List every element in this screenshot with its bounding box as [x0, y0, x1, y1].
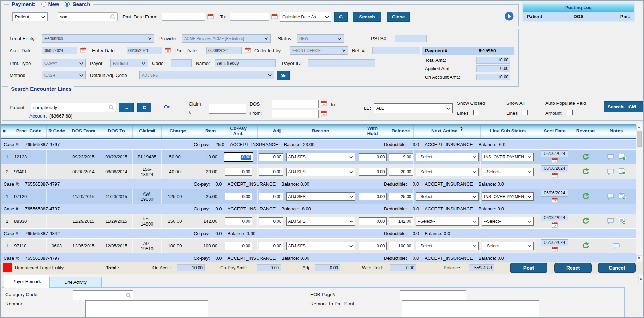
auto-populate-checkbox[interactable] — [567, 110, 573, 115]
pmt-date-calendar-icon[interactable]: 17 — [245, 47, 251, 53]
encounter-c-button[interactable]: C — [137, 103, 151, 112]
reason-select[interactable]: ADJ SFS — [286, 168, 355, 176]
dos-to-calendar-icon[interactable]: 17 — [321, 110, 327, 116]
with-hold-input[interactable]: 0.00 — [359, 168, 387, 176]
payer-id-input[interactable] — [308, 59, 375, 67]
on-account-link[interactable]: Account — [29, 113, 47, 119]
entry-date-input[interactable] — [127, 47, 162, 54]
collected-by-select[interactable]: FRONT OFFICE — [290, 46, 348, 55]
encounter-patient-input[interactable] — [31, 105, 109, 110]
reverse-line-icon[interactable] — [582, 153, 590, 161]
pmt-date-input[interactable] — [206, 47, 242, 54]
grid-scrollbar-thumb[interactable] — [637, 131, 642, 147]
payer-name-input[interactable] — [215, 59, 276, 67]
add-note-icon[interactable] — [619, 193, 626, 200]
show-all-lines-checkbox[interactable] — [522, 110, 528, 115]
copay-amount-input[interactable]: 0.00 — [225, 168, 252, 176]
pmt-date-to-calendar-icon[interactable]: 17 — [271, 13, 278, 19]
pmt-date-to-input[interactable] — [230, 13, 269, 21]
tab-line-activity[interactable]: Line Activity — [49, 277, 102, 288]
acct-date-input[interactable] — [42, 47, 77, 54]
eob-page-input[interactable] — [400, 290, 466, 300]
line-sub-status-select[interactable]: INS. OVER PAYMEN — [482, 192, 534, 201]
on-account-link[interactable]: On- — [164, 104, 172, 109]
with-hold-input[interactable]: 0.00 — [359, 242, 387, 250]
with-hold-input[interactable]: 0.00 — [359, 217, 387, 225]
psts-input[interactable] — [395, 35, 427, 42]
remark-to-pat-textarea[interactable] — [402, 300, 539, 318]
cancel-button[interactable]: Cancel — [598, 263, 636, 273]
reverse-line-icon[interactable] — [582, 193, 590, 200]
line-sub-status-select[interactable]: --Select-- — [482, 242, 534, 250]
adjustment-input[interactable]: 0.00 — [259, 168, 283, 176]
legal-entity-select[interactable]: Pediatrics — [42, 34, 154, 43]
add-note-icon[interactable] — [619, 154, 626, 160]
copay-amount-input[interactable]: 0.00 — [225, 193, 252, 200]
reverse-line-icon[interactable] — [582, 217, 590, 225]
copay-amount-input[interactable]: 0.00 — [225, 242, 252, 250]
line-note-icon[interactable] — [607, 169, 614, 175]
scroll-up-icon[interactable] — [636, 124, 642, 130]
pmt-type-select[interactable]: COPAY — [42, 59, 86, 67]
acct-date-calendar-icon[interactable]: 17 — [80, 47, 86, 53]
line-note-icon[interactable] — [607, 154, 614, 160]
reason-select[interactable]: ADJ SFS — [286, 192, 355, 201]
payment-search-button[interactable]: Search — [353, 12, 381, 22]
cm-button[interactable]: CM — [624, 104, 636, 109]
provider-select[interactable]: ACME Provider, ACME [Pediatrics] — [182, 34, 271, 43]
adjustment-input[interactable]: 0.00 — [259, 242, 283, 250]
show-closed-lines-checkbox[interactable] — [473, 110, 479, 115]
line-note-icon[interactable] — [613, 243, 620, 249]
with-hold-input[interactable]: 0.00 — [359, 193, 387, 200]
reverse-line-icon[interactable] — [582, 242, 590, 250]
next-action-help-icon[interactable]: ? — [459, 126, 463, 132]
status-select[interactable]: NEW — [297, 34, 344, 43]
page-scrollbar[interactable] — [638, 276, 644, 318]
method-select[interactable]: CASH — [42, 71, 86, 79]
next-action-select[interactable]: --Select-- — [416, 153, 479, 161]
pmt-date-from-calendar-icon[interactable]: 17 — [207, 13, 214, 19]
reason-select[interactable]: ADJ SFS — [286, 242, 355, 250]
scroll-down-icon[interactable] — [636, 255, 642, 261]
close-button[interactable]: Close — [387, 12, 410, 22]
line-note-icon[interactable] — [607, 193, 614, 200]
next-action-select[interactable]: --Select-- — [416, 217, 479, 226]
line-note-icon[interactable] — [607, 218, 614, 224]
category-code-input[interactable] — [73, 293, 126, 298]
payment-search-input[interactable] — [58, 14, 110, 19]
c-button[interactable]: C — [334, 12, 348, 22]
claim-number-input[interactable] — [209, 104, 246, 114]
next-action-select[interactable]: --Select-- — [416, 242, 479, 250]
expand-adj-button[interactable]: ≫ — [277, 71, 290, 80]
acct-date-calendar-icon[interactable]: 17 — [552, 157, 558, 163]
dos-from-calendar-icon[interactable]: 17 — [321, 100, 327, 106]
adjustment-input[interactable]: 0.00 — [259, 193, 283, 200]
dos-to-input[interactable] — [272, 110, 319, 118]
code-input[interactable] — [171, 59, 192, 67]
copay-amount-input[interactable]: 0.00 — [225, 217, 252, 225]
with-hold-input[interactable]: 0.00 — [359, 153, 387, 161]
reason-select[interactable]: ADJ SFS — [286, 153, 355, 161]
next-action-select[interactable]: --Select-- — [416, 168, 479, 176]
adjustment-input[interactable]: 0.00 — [259, 217, 283, 225]
line-sub-status-select[interactable]: --Select-- — [482, 217, 534, 226]
new-radio[interactable] — [41, 2, 46, 7]
le-select[interactable]: ALL — [374, 103, 453, 113]
calculate-date-as-select[interactable]: Calculate Date As — [280, 12, 331, 22]
acct-date-calendar-icon[interactable]: 17 — [552, 172, 558, 178]
ref-input[interactable] — [372, 47, 426, 54]
reset-button[interactable]: Reset — [554, 263, 592, 273]
pmt-date-from-input[interactable] — [162, 13, 205, 21]
grid-scrollbar[interactable] — [636, 124, 642, 262]
add-note-icon[interactable] — [619, 218, 626, 224]
acct-date-calendar-icon[interactable]: 17 — [552, 246, 558, 252]
search-type-select[interactable]: Patient — [12, 12, 48, 21]
next-action-select[interactable]: --Select-- — [416, 192, 479, 201]
tab-payer-remark[interactable]: Payer Remark — [4, 275, 49, 288]
reverse-line-icon[interactable] — [582, 168, 590, 175]
search-radio[interactable] — [65, 2, 70, 7]
default-adj-code-select[interactable]: ADJ SFS — [139, 71, 274, 79]
reason-select[interactable]: ADJ SFS — [286, 217, 355, 226]
payor-select[interactable]: PATIENT — [110, 59, 148, 67]
play-button[interactable] — [505, 12, 514, 21]
